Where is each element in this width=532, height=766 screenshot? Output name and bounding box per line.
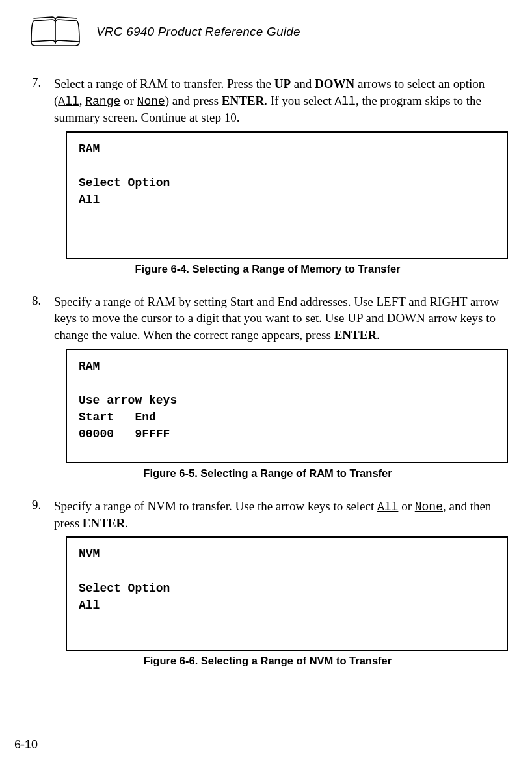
step-text: Specify a range of NVM to transfer. Use …: [54, 498, 506, 532]
step-number: 9.: [29, 498, 54, 532]
text: .: [377, 328, 380, 342]
text: ,: [79, 94, 86, 107]
mono-text: All: [58, 95, 79, 108]
step-number: 8.: [29, 294, 54, 344]
figure-caption-6-5: Figure 6-5. Selecting a Range of RAM to …: [29, 467, 506, 480]
figure-caption-6-4: Figure 6-4. Selecting a Range of Memory …: [29, 263, 506, 275]
mono-text: All: [377, 500, 398, 513]
text: Select a range of RAM to transfer. Press…: [54, 77, 274, 90]
bold-text: ENTER: [83, 516, 125, 530]
bold-text: ENTER: [222, 94, 264, 107]
text: Specify a range of NVM to transfer. Use …: [54, 499, 377, 513]
screen-box-ram-range: RAM Use arrow keys Start End 00000 9FFFF: [66, 349, 508, 463]
mono-text: All: [334, 95, 355, 108]
book-icon: [26, 13, 85, 51]
bold-text: ENTER: [334, 328, 377, 342]
step-8: 8. Specify a range of RAM by setting Sta…: [29, 294, 506, 344]
step-7: 7. Select a range of RAM to transfer. Pr…: [29, 75, 506, 126]
header-title: VRC 6940 Product Reference Guide: [96, 25, 300, 39]
text: ) and press: [165, 94, 222, 107]
mono-text: None: [415, 500, 443, 513]
step-text: Specify a range of RAM by setting Start …: [54, 294, 506, 344]
page-number: 6-10: [14, 738, 38, 752]
screen-box-nvm-select: NVM Select Option All: [66, 536, 508, 651]
mono-text: None: [137, 95, 165, 108]
page-header: VRC 6940 Product Reference Guide: [26, 13, 506, 51]
screen-box-ram-select: RAM Select Option All: [66, 131, 508, 259]
step-number: 7.: [29, 75, 54, 126]
text: or: [120, 94, 137, 107]
text: Specify a range of RAM by setting Start …: [54, 295, 499, 342]
text: and: [291, 77, 315, 90]
document-page: VRC 6940 Product Reference Guide 7. Sele…: [0, 0, 532, 766]
text: . If you select: [264, 94, 334, 107]
step-9: 9. Specify a range of NVM to transfer. U…: [29, 498, 506, 532]
text: .: [125, 516, 128, 530]
step-text: Select a range of RAM to transfer. Press…: [54, 75, 506, 126]
page-content: 7. Select a range of RAM to transfer. Pr…: [26, 75, 506, 667]
mono-text: Range: [85, 95, 120, 108]
bold-text: DOWN: [315, 77, 354, 90]
text: or: [398, 499, 414, 513]
bold-text: UP: [274, 77, 291, 90]
figure-caption-6-6: Figure 6-6. Selecting a Range of NVM to …: [29, 655, 506, 667]
